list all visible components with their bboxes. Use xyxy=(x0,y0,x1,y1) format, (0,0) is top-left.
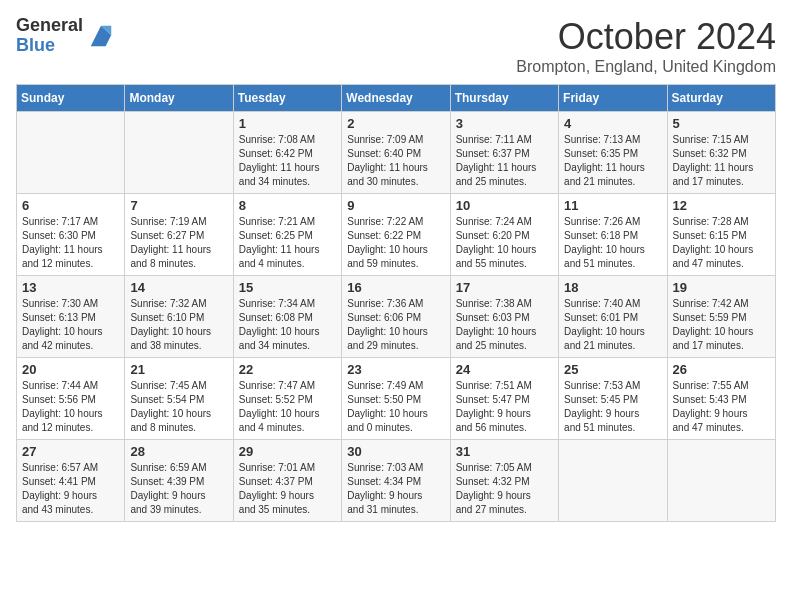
calendar-cell: 12Sunrise: 7:28 AM Sunset: 6:15 PM Dayli… xyxy=(667,194,775,276)
day-number: 6 xyxy=(22,198,119,213)
day-content: Sunrise: 7:17 AM Sunset: 6:30 PM Dayligh… xyxy=(22,215,119,271)
day-number: 2 xyxy=(347,116,444,131)
calendar-cell: 29Sunrise: 7:01 AM Sunset: 4:37 PM Dayli… xyxy=(233,440,341,522)
calendar-cell: 22Sunrise: 7:47 AM Sunset: 5:52 PM Dayli… xyxy=(233,358,341,440)
day-number: 25 xyxy=(564,362,661,377)
header-day-sunday: Sunday xyxy=(17,85,125,112)
calendar-cell: 11Sunrise: 7:26 AM Sunset: 6:18 PM Dayli… xyxy=(559,194,667,276)
logo-line1: General xyxy=(16,16,83,36)
day-content: Sunrise: 7:05 AM Sunset: 4:32 PM Dayligh… xyxy=(456,461,553,517)
day-number: 23 xyxy=(347,362,444,377)
calendar-cell: 7Sunrise: 7:19 AM Sunset: 6:27 PM Daylig… xyxy=(125,194,233,276)
calendar-cell: 26Sunrise: 7:55 AM Sunset: 5:43 PM Dayli… xyxy=(667,358,775,440)
logo: General Blue xyxy=(16,16,115,56)
day-number: 30 xyxy=(347,444,444,459)
calendar-cell: 1Sunrise: 7:08 AM Sunset: 6:42 PM Daylig… xyxy=(233,112,341,194)
week-row-0: 1Sunrise: 7:08 AM Sunset: 6:42 PM Daylig… xyxy=(17,112,776,194)
logo-icon xyxy=(87,22,115,50)
day-number: 16 xyxy=(347,280,444,295)
day-number: 14 xyxy=(130,280,227,295)
calendar-cell: 3Sunrise: 7:11 AM Sunset: 6:37 PM Daylig… xyxy=(450,112,558,194)
day-number: 22 xyxy=(239,362,336,377)
page-header: General Blue October 2024 Brompton, Engl… xyxy=(16,16,776,76)
day-content: Sunrise: 7:24 AM Sunset: 6:20 PM Dayligh… xyxy=(456,215,553,271)
day-number: 27 xyxy=(22,444,119,459)
day-number: 26 xyxy=(673,362,770,377)
day-number: 9 xyxy=(347,198,444,213)
calendar-cell: 9Sunrise: 7:22 AM Sunset: 6:22 PM Daylig… xyxy=(342,194,450,276)
calendar-cell: 14Sunrise: 7:32 AM Sunset: 6:10 PM Dayli… xyxy=(125,276,233,358)
day-content: Sunrise: 7:28 AM Sunset: 6:15 PM Dayligh… xyxy=(673,215,770,271)
header-day-tuesday: Tuesday xyxy=(233,85,341,112)
day-number: 29 xyxy=(239,444,336,459)
day-number: 3 xyxy=(456,116,553,131)
calendar-cell xyxy=(125,112,233,194)
month-title: October 2024 xyxy=(516,16,776,58)
calendar-cell xyxy=(17,112,125,194)
day-content: Sunrise: 7:19 AM Sunset: 6:27 PM Dayligh… xyxy=(130,215,227,271)
header-row: SundayMondayTuesdayWednesdayThursdayFrid… xyxy=(17,85,776,112)
title-block: October 2024 Brompton, England, United K… xyxy=(516,16,776,76)
day-number: 31 xyxy=(456,444,553,459)
day-number: 24 xyxy=(456,362,553,377)
calendar-cell: 24Sunrise: 7:51 AM Sunset: 5:47 PM Dayli… xyxy=(450,358,558,440)
day-content: Sunrise: 7:51 AM Sunset: 5:47 PM Dayligh… xyxy=(456,379,553,435)
day-content: Sunrise: 7:26 AM Sunset: 6:18 PM Dayligh… xyxy=(564,215,661,271)
day-content: Sunrise: 7:55 AM Sunset: 5:43 PM Dayligh… xyxy=(673,379,770,435)
day-content: Sunrise: 7:45 AM Sunset: 5:54 PM Dayligh… xyxy=(130,379,227,435)
calendar-cell: 8Sunrise: 7:21 AM Sunset: 6:25 PM Daylig… xyxy=(233,194,341,276)
calendar-table: SundayMondayTuesdayWednesdayThursdayFrid… xyxy=(16,84,776,522)
calendar-cell: 16Sunrise: 7:36 AM Sunset: 6:06 PM Dayli… xyxy=(342,276,450,358)
day-content: Sunrise: 7:11 AM Sunset: 6:37 PM Dayligh… xyxy=(456,133,553,189)
calendar-cell: 2Sunrise: 7:09 AM Sunset: 6:40 PM Daylig… xyxy=(342,112,450,194)
day-content: Sunrise: 6:59 AM Sunset: 4:39 PM Dayligh… xyxy=(130,461,227,517)
week-row-4: 27Sunrise: 6:57 AM Sunset: 4:41 PM Dayli… xyxy=(17,440,776,522)
day-content: Sunrise: 7:30 AM Sunset: 6:13 PM Dayligh… xyxy=(22,297,119,353)
calendar-cell: 6Sunrise: 7:17 AM Sunset: 6:30 PM Daylig… xyxy=(17,194,125,276)
location: Brompton, England, United Kingdom xyxy=(516,58,776,76)
week-row-2: 13Sunrise: 7:30 AM Sunset: 6:13 PM Dayli… xyxy=(17,276,776,358)
day-number: 17 xyxy=(456,280,553,295)
day-content: Sunrise: 7:34 AM Sunset: 6:08 PM Dayligh… xyxy=(239,297,336,353)
day-content: Sunrise: 7:53 AM Sunset: 5:45 PM Dayligh… xyxy=(564,379,661,435)
header-day-friday: Friday xyxy=(559,85,667,112)
day-content: Sunrise: 7:22 AM Sunset: 6:22 PM Dayligh… xyxy=(347,215,444,271)
header-day-saturday: Saturday xyxy=(667,85,775,112)
day-number: 20 xyxy=(22,362,119,377)
header-day-thursday: Thursday xyxy=(450,85,558,112)
day-content: Sunrise: 7:36 AM Sunset: 6:06 PM Dayligh… xyxy=(347,297,444,353)
day-content: Sunrise: 7:13 AM Sunset: 6:35 PM Dayligh… xyxy=(564,133,661,189)
day-number: 13 xyxy=(22,280,119,295)
calendar-cell: 4Sunrise: 7:13 AM Sunset: 6:35 PM Daylig… xyxy=(559,112,667,194)
calendar-cell xyxy=(559,440,667,522)
day-content: Sunrise: 7:08 AM Sunset: 6:42 PM Dayligh… xyxy=(239,133,336,189)
calendar-cell: 13Sunrise: 7:30 AM Sunset: 6:13 PM Dayli… xyxy=(17,276,125,358)
calendar-cell: 27Sunrise: 6:57 AM Sunset: 4:41 PM Dayli… xyxy=(17,440,125,522)
week-row-1: 6Sunrise: 7:17 AM Sunset: 6:30 PM Daylig… xyxy=(17,194,776,276)
day-content: Sunrise: 7:15 AM Sunset: 6:32 PM Dayligh… xyxy=(673,133,770,189)
day-number: 21 xyxy=(130,362,227,377)
calendar-cell: 15Sunrise: 7:34 AM Sunset: 6:08 PM Dayli… xyxy=(233,276,341,358)
day-content: Sunrise: 7:49 AM Sunset: 5:50 PM Dayligh… xyxy=(347,379,444,435)
calendar-cell: 30Sunrise: 7:03 AM Sunset: 4:34 PM Dayli… xyxy=(342,440,450,522)
day-content: Sunrise: 7:01 AM Sunset: 4:37 PM Dayligh… xyxy=(239,461,336,517)
day-number: 19 xyxy=(673,280,770,295)
header-day-wednesday: Wednesday xyxy=(342,85,450,112)
day-number: 11 xyxy=(564,198,661,213)
calendar-cell: 28Sunrise: 6:59 AM Sunset: 4:39 PM Dayli… xyxy=(125,440,233,522)
day-number: 28 xyxy=(130,444,227,459)
day-content: Sunrise: 7:44 AM Sunset: 5:56 PM Dayligh… xyxy=(22,379,119,435)
week-row-3: 20Sunrise: 7:44 AM Sunset: 5:56 PM Dayli… xyxy=(17,358,776,440)
calendar-cell xyxy=(667,440,775,522)
calendar-cell: 23Sunrise: 7:49 AM Sunset: 5:50 PM Dayli… xyxy=(342,358,450,440)
calendar-cell: 10Sunrise: 7:24 AM Sunset: 6:20 PM Dayli… xyxy=(450,194,558,276)
calendar-cell: 19Sunrise: 7:42 AM Sunset: 5:59 PM Dayli… xyxy=(667,276,775,358)
day-number: 8 xyxy=(239,198,336,213)
calendar-cell: 31Sunrise: 7:05 AM Sunset: 4:32 PM Dayli… xyxy=(450,440,558,522)
day-content: Sunrise: 7:21 AM Sunset: 6:25 PM Dayligh… xyxy=(239,215,336,271)
calendar-cell: 20Sunrise: 7:44 AM Sunset: 5:56 PM Dayli… xyxy=(17,358,125,440)
day-number: 4 xyxy=(564,116,661,131)
day-content: Sunrise: 7:09 AM Sunset: 6:40 PM Dayligh… xyxy=(347,133,444,189)
day-content: Sunrise: 7:42 AM Sunset: 5:59 PM Dayligh… xyxy=(673,297,770,353)
day-number: 12 xyxy=(673,198,770,213)
